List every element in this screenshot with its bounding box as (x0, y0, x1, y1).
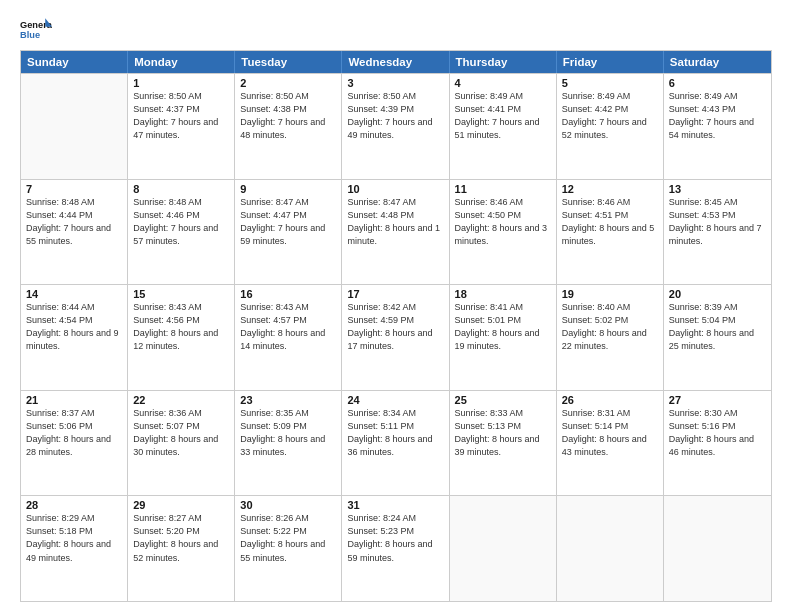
day-number: 30 (240, 499, 336, 511)
day-number: 23 (240, 394, 336, 406)
day-number: 14 (26, 288, 122, 300)
sunrise: Sunrise: 8:49 AM (455, 90, 551, 103)
sunset: Sunset: 4:42 PM (562, 103, 658, 116)
cal-cell: 24Sunrise: 8:34 AMSunset: 5:11 PMDayligh… (342, 391, 449, 496)
cal-cell (664, 496, 771, 601)
cal-cell: 4Sunrise: 8:49 AMSunset: 4:41 PMDaylight… (450, 74, 557, 179)
day-number: 25 (455, 394, 551, 406)
sunrise: Sunrise: 8:29 AM (26, 512, 122, 525)
sunrise: Sunrise: 8:31 AM (562, 407, 658, 420)
sunset: Sunset: 5:18 PM (26, 525, 122, 538)
sunrise: Sunrise: 8:44 AM (26, 301, 122, 314)
day-number: 27 (669, 394, 766, 406)
daylight-hours: Daylight: 8 hours and 43 minutes. (562, 433, 658, 459)
day-number: 13 (669, 183, 766, 195)
daylight-hours: Daylight: 7 hours and 55 minutes. (26, 222, 122, 248)
cal-cell: 21Sunrise: 8:37 AMSunset: 5:06 PMDayligh… (21, 391, 128, 496)
sunset: Sunset: 5:07 PM (133, 420, 229, 433)
sunrise: Sunrise: 8:40 AM (562, 301, 658, 314)
cal-cell: 6Sunrise: 8:49 AMSunset: 4:43 PMDaylight… (664, 74, 771, 179)
cal-cell: 18Sunrise: 8:41 AMSunset: 5:01 PMDayligh… (450, 285, 557, 390)
sunset: Sunset: 4:50 PM (455, 209, 551, 222)
sunrise: Sunrise: 8:50 AM (133, 90, 229, 103)
cal-header-tuesday: Tuesday (235, 51, 342, 73)
cal-cell: 9Sunrise: 8:47 AMSunset: 4:47 PMDaylight… (235, 180, 342, 285)
cal-cell: 25Sunrise: 8:33 AMSunset: 5:13 PMDayligh… (450, 391, 557, 496)
day-number: 19 (562, 288, 658, 300)
sunset: Sunset: 4:41 PM (455, 103, 551, 116)
cal-cell: 10Sunrise: 8:47 AMSunset: 4:48 PMDayligh… (342, 180, 449, 285)
daylight-hours: Daylight: 8 hours and 39 minutes. (455, 433, 551, 459)
day-number: 11 (455, 183, 551, 195)
day-number: 29 (133, 499, 229, 511)
calendar: SundayMondayTuesdayWednesdayThursdayFrid… (20, 50, 772, 602)
day-number: 17 (347, 288, 443, 300)
day-number: 8 (133, 183, 229, 195)
sunset: Sunset: 5:06 PM (26, 420, 122, 433)
daylight-hours: Daylight: 7 hours and 48 minutes. (240, 116, 336, 142)
sunrise: Sunrise: 8:42 AM (347, 301, 443, 314)
daylight-hours: Daylight: 8 hours and 33 minutes. (240, 433, 336, 459)
sunrise: Sunrise: 8:30 AM (669, 407, 766, 420)
sunset: Sunset: 4:57 PM (240, 314, 336, 327)
cal-cell: 28Sunrise: 8:29 AMSunset: 5:18 PMDayligh… (21, 496, 128, 601)
cal-cell: 12Sunrise: 8:46 AMSunset: 4:51 PMDayligh… (557, 180, 664, 285)
cal-cell: 27Sunrise: 8:30 AMSunset: 5:16 PMDayligh… (664, 391, 771, 496)
cal-week-0: 1Sunrise: 8:50 AMSunset: 4:37 PMDaylight… (21, 73, 771, 179)
daylight-hours: Daylight: 8 hours and 17 minutes. (347, 327, 443, 353)
day-number: 28 (26, 499, 122, 511)
cal-cell: 16Sunrise: 8:43 AMSunset: 4:57 PMDayligh… (235, 285, 342, 390)
cal-cell: 22Sunrise: 8:36 AMSunset: 5:07 PMDayligh… (128, 391, 235, 496)
sunset: Sunset: 4:38 PM (240, 103, 336, 116)
sunset: Sunset: 4:37 PM (133, 103, 229, 116)
daylight-hours: Daylight: 7 hours and 59 minutes. (240, 222, 336, 248)
cal-cell: 29Sunrise: 8:27 AMSunset: 5:20 PMDayligh… (128, 496, 235, 601)
sunset: Sunset: 5:11 PM (347, 420, 443, 433)
sunrise: Sunrise: 8:35 AM (240, 407, 336, 420)
daylight-hours: Daylight: 8 hours and 1 minute. (347, 222, 443, 248)
daylight-hours: Daylight: 8 hours and 5 minutes. (562, 222, 658, 248)
sunrise: Sunrise: 8:24 AM (347, 512, 443, 525)
cal-header-saturday: Saturday (664, 51, 771, 73)
day-number: 31 (347, 499, 443, 511)
sunrise: Sunrise: 8:50 AM (240, 90, 336, 103)
sunset: Sunset: 5:02 PM (562, 314, 658, 327)
day-number: 22 (133, 394, 229, 406)
sunset: Sunset: 5:04 PM (669, 314, 766, 327)
day-number: 9 (240, 183, 336, 195)
cal-cell: 20Sunrise: 8:39 AMSunset: 5:04 PMDayligh… (664, 285, 771, 390)
sunrise: Sunrise: 8:49 AM (562, 90, 658, 103)
daylight-hours: Daylight: 8 hours and 3 minutes. (455, 222, 551, 248)
cal-cell: 11Sunrise: 8:46 AMSunset: 4:50 PMDayligh… (450, 180, 557, 285)
sunset: Sunset: 5:13 PM (455, 420, 551, 433)
sunrise: Sunrise: 8:43 AM (133, 301, 229, 314)
cal-week-3: 21Sunrise: 8:37 AMSunset: 5:06 PMDayligh… (21, 390, 771, 496)
cal-header-thursday: Thursday (450, 51, 557, 73)
day-number: 18 (455, 288, 551, 300)
daylight-hours: Daylight: 7 hours and 57 minutes. (133, 222, 229, 248)
logo: General Blue (20, 16, 52, 44)
day-number: 6 (669, 77, 766, 89)
daylight-hours: Daylight: 8 hours and 52 minutes. (133, 538, 229, 564)
sunset: Sunset: 5:22 PM (240, 525, 336, 538)
sunrise: Sunrise: 8:27 AM (133, 512, 229, 525)
daylight-hours: Daylight: 8 hours and 59 minutes. (347, 538, 443, 564)
day-number: 10 (347, 183, 443, 195)
daylight-hours: Daylight: 8 hours and 49 minutes. (26, 538, 122, 564)
sunrise: Sunrise: 8:33 AM (455, 407, 551, 420)
cal-cell: 3Sunrise: 8:50 AMSunset: 4:39 PMDaylight… (342, 74, 449, 179)
day-number: 12 (562, 183, 658, 195)
daylight-hours: Daylight: 8 hours and 46 minutes. (669, 433, 766, 459)
page: General Blue SundayMondayTuesdayWednesda… (0, 0, 792, 612)
cal-header-wednesday: Wednesday (342, 51, 449, 73)
daylight-hours: Daylight: 7 hours and 49 minutes. (347, 116, 443, 142)
sunset: Sunset: 4:59 PM (347, 314, 443, 327)
sunrise: Sunrise: 8:48 AM (26, 196, 122, 209)
calendar-body: 1Sunrise: 8:50 AMSunset: 4:37 PMDaylight… (21, 73, 771, 601)
day-number: 7 (26, 183, 122, 195)
day-number: 2 (240, 77, 336, 89)
day-number: 26 (562, 394, 658, 406)
sunrise: Sunrise: 8:46 AM (562, 196, 658, 209)
sunset: Sunset: 4:44 PM (26, 209, 122, 222)
cal-cell: 19Sunrise: 8:40 AMSunset: 5:02 PMDayligh… (557, 285, 664, 390)
